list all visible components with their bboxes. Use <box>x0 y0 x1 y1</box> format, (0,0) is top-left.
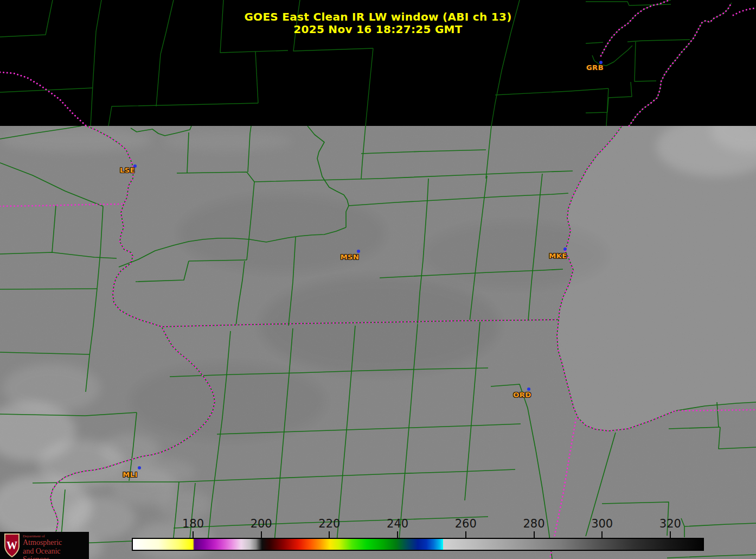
logo-line-2: and Oceanic Sciences <box>23 548 89 559</box>
colorbar-tick-mark <box>329 531 330 538</box>
logo-line-1: Atmospheric <box>23 539 62 547</box>
uw-crest-icon: W <box>3 533 21 558</box>
colorbar-tick-label: 240 <box>387 517 408 530</box>
station-label: MSN <box>341 253 360 261</box>
colorbar-tick-mark <box>601 531 603 538</box>
station-label: ORD <box>513 391 531 399</box>
colorbar-tick-mark <box>397 531 398 538</box>
station-dot <box>138 466 141 469</box>
colorbar-tick-mark <box>193 531 194 538</box>
colorbar-tick-mark <box>534 531 535 538</box>
colorbar-tick-label: 280 <box>523 517 544 530</box>
title-line-1: GOES East Clean IR LW window (ABI ch 13) <box>0 11 756 23</box>
image-title: GOES East Clean IR LW window (ABI ch 13)… <box>0 11 756 36</box>
colorbar-tick-label: 260 <box>455 517 477 530</box>
colorbar-tick-label: 200 <box>251 517 272 530</box>
station-label: MLI <box>123 471 138 479</box>
station-label: LSE <box>120 166 135 174</box>
title-line-2: 2025 Nov 16 18:27:25 GMT <box>0 23 756 36</box>
colorbar-tick-mark <box>670 531 671 538</box>
colorbar-tick-label: 300 <box>591 517 613 530</box>
map-svg <box>0 0 756 559</box>
colorbar-tick-label: 320 <box>659 517 681 530</box>
colorbar-tick-mark <box>261 531 262 538</box>
station-label: GRB <box>586 63 604 72</box>
svg-text:W: W <box>7 539 17 551</box>
satellite-image-viewer: GOES East Clean IR LW window (ABI ch 13)… <box>0 0 756 559</box>
station-dot <box>563 247 567 251</box>
uw-aos-logo: W Department of Atmospheric and Oceanic … <box>0 532 89 559</box>
temperature-colorbar <box>132 538 704 551</box>
colorbar-tick-label: 180 <box>182 517 204 530</box>
colorbar-tick-mark <box>465 531 466 538</box>
colorbar-tick-label: 220 <box>318 517 340 530</box>
station-label: MKE <box>549 252 567 260</box>
